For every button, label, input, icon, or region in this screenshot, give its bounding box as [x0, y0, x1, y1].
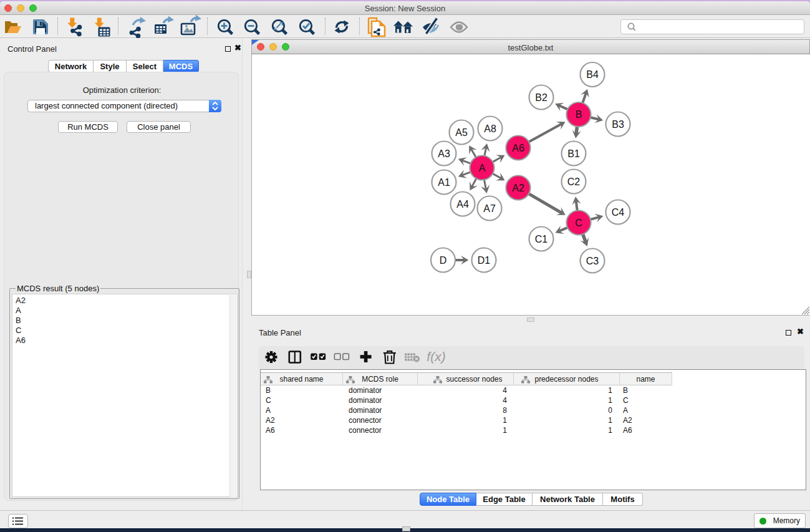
svg-text:A1: A1: [438, 177, 450, 188]
svg-text:B3: B3: [612, 119, 624, 130]
svg-text:D1: D1: [478, 255, 491, 266]
svg-text:f(x): f(x): [427, 349, 445, 364]
svg-text:C1: C1: [535, 234, 548, 244]
svg-text:A3: A3: [438, 148, 450, 159]
svg-text:A7: A7: [483, 203, 496, 214]
svg-text:B2: B2: [535, 92, 547, 103]
svg-text:B: B: [576, 109, 582, 120]
svg-text:A2: A2: [512, 183, 524, 193]
svg-text:C2: C2: [567, 177, 581, 187]
svg-text:A6: A6: [512, 143, 524, 153]
svg-text:C4: C4: [612, 207, 625, 218]
svg-text:B4: B4: [586, 69, 599, 80]
svg-text:A5: A5: [455, 127, 468, 138]
svg-text:D: D: [440, 255, 447, 266]
svg-text:A4: A4: [456, 199, 469, 210]
svg-text:C: C: [575, 218, 582, 228]
svg-text:A: A: [479, 163, 486, 173]
svg-text:A8: A8: [484, 123, 496, 134]
svg-text:C3: C3: [586, 256, 599, 266]
svg-text:B1: B1: [567, 148, 580, 159]
